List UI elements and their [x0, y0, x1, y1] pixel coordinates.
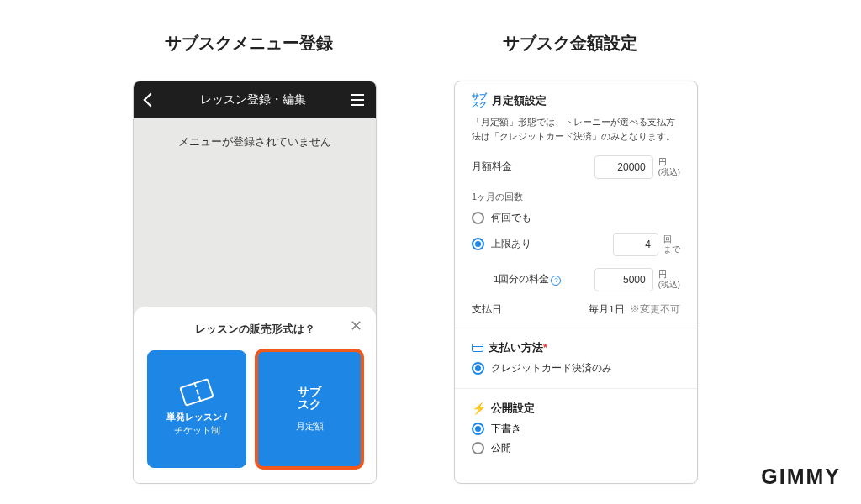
payday-label: 支払日: [472, 303, 502, 316]
bolt-icon: ⚡: [472, 402, 486, 415]
info-icon[interactable]: ?: [551, 276, 561, 286]
option-sub-line: 月定額: [296, 421, 324, 433]
per-fee-input[interactable]: [594, 268, 653, 291]
right-phone: サブスク 月定額設定 「月定額」形態では、トレーニーが選べる支払方法は「クレジッ…: [454, 81, 698, 484]
left-column-title: サブスクメニュー登録: [165, 32, 333, 55]
section-payment-title: 支払い方法*: [489, 340, 547, 355]
draft-label: 下書き: [491, 423, 521, 435]
topbar: レッスン登録・編集: [134, 81, 376, 118]
per-fee-label: 1回分の料金?: [494, 273, 561, 286]
radio-unlimited[interactable]: 何回でも: [472, 212, 680, 224]
radio-limited-label: 上限あり: [491, 238, 531, 250]
pricing-hint: 「月定額」形態では、トレーニーが選べる支払方法は「クレジットカード決済」のみとな…: [472, 115, 680, 144]
option-ticket-line2: チケット制: [174, 425, 220, 437]
option-ticket[interactable]: 単発レッスン / チケット制: [147, 350, 246, 468]
subscription-badge-icon: サブ スク: [298, 386, 321, 412]
subscription-badge-icon: サブスク: [472, 93, 487, 108]
payday-value: 毎月1日 ※変更不可: [589, 303, 680, 316]
brand-logo: GIMMY: [761, 465, 841, 489]
option-subscription[interactable]: サブ スク 月定額: [256, 350, 362, 468]
sheet-title: レッスンの販売形式は？: [147, 322, 362, 337]
left-phone: レッスン登録・編集 メニューが登録されていません ✕ レッスンの販売形式は？ 単…: [133, 81, 377, 484]
section-publish: ⚡ 公開設定 下書き 公開: [455, 389, 697, 466]
radio-limited[interactable]: 上限あり 回まで: [472, 233, 680, 256]
payment-option-label: クレジットカード決済のみ: [491, 362, 612, 375]
section-payment: 支払い方法* クレジットカード決済のみ: [455, 328, 697, 389]
section-publish-title: 公開設定: [491, 401, 535, 416]
radio-unlimited-label: 何回でも: [491, 212, 531, 224]
card-icon: [472, 344, 483, 352]
bottom-sheet: ✕ レッスンの販売形式は？ 単発レッスン / チケット制 サブ スク 月定額: [134, 307, 376, 483]
section-pricing: サブスク 月定額設定 「月定額」形態では、トレーニーが選べる支払方法は「クレジッ…: [455, 81, 697, 328]
per-fee-unit: 円(税込): [658, 270, 680, 289]
ticket-icon: [179, 378, 214, 407]
right-column-title: サブスク金額設定: [503, 32, 637, 55]
limit-unit: 回まで: [663, 234, 680, 254]
monthly-fee-label: 月額料金: [472, 160, 512, 173]
publish-label: 公開: [491, 442, 511, 454]
radio-publish[interactable]: 公開: [472, 442, 680, 454]
screen-title: レッスン登録・編集: [200, 92, 306, 108]
count-label: 1ヶ月の回数: [472, 191, 680, 203]
section-pricing-title: 月定額設定: [492, 93, 547, 108]
radio-draft[interactable]: 下書き: [472, 423, 680, 435]
radio-payment-card[interactable]: クレジットカード決済のみ: [472, 362, 680, 375]
back-icon[interactable]: [144, 93, 158, 108]
limit-count-input[interactable]: [613, 233, 658, 256]
menu-icon[interactable]: [351, 94, 364, 106]
option-ticket-line1: 単発レッスン /: [166, 411, 227, 423]
monthly-fee-input[interactable]: [594, 155, 653, 179]
fee-unit: 円(税込): [658, 157, 680, 176]
close-icon[interactable]: ✕: [350, 318, 362, 333]
